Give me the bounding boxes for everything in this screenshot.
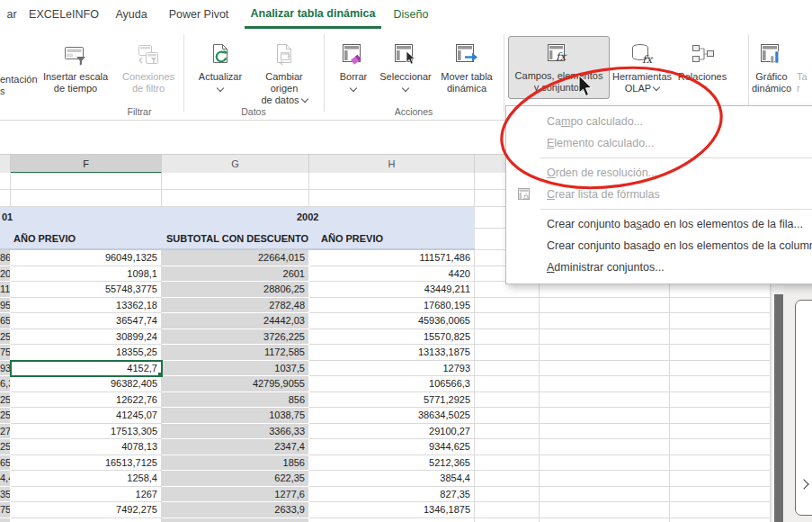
cell-f[interactable]: 96049,1325 [11, 250, 162, 266]
cell-h[interactable]: 45936,0065 [309, 313, 475, 329]
year-band[interactable] [0, 207, 475, 229]
cell-k[interactable] [670, 313, 771, 329]
cell-e[interactable]: 25 [0, 329, 11, 346]
cell-i[interactable] [475, 329, 540, 346]
selection-fill-handle[interactable] [157, 372, 162, 376]
cell-j[interactable] [540, 439, 670, 455]
cell-h[interactable]: 15570,825 [309, 329, 475, 346]
cell-f[interactable]: 55748,3775 [11, 282, 162, 298]
cell-f[interactable]: 18355,25 [11, 345, 162, 361]
cell-g[interactable]: 3726,225 [162, 329, 309, 346]
pivotchart-button[interactable]: Gráfico dinámico [750, 34, 793, 113]
cell-f[interactable]: 41245,07 [11, 408, 162, 424]
cell-e[interactable]: 85 [0, 518, 11, 522]
cell-f[interactable]: 7492,275 [11, 502, 162, 518]
cell-h[interactable]: 827,35 [309, 487, 475, 503]
change-data-source-button[interactable]: Cambiar origen de datos [252, 34, 317, 113]
cell-k[interactable] [670, 502, 771, 518]
fields-items-sets-button[interactable]: fx Campos, elementos y conjuntos [508, 36, 610, 99]
cell-h[interactable]: 1346,1875 [309, 502, 475, 518]
cell-j[interactable] [540, 502, 670, 518]
cell-e[interactable]: 95 [0, 298, 11, 314]
olap-tools-button[interactable]: fx Herramientas OLAP [610, 34, 674, 113]
cell-j[interactable] [540, 392, 670, 409]
cell-empty[interactable] [0, 173, 11, 190]
cell-i[interactable] [475, 487, 540, 503]
cell-f[interactable]: 1267 [11, 487, 162, 503]
cell-j[interactable] [540, 408, 670, 424]
cell-i[interactable] [475, 408, 540, 424]
cell-i[interactable] [475, 502, 540, 518]
cell-g[interactable]: 1856 [162, 455, 309, 472]
cell-i[interactable] [475, 345, 540, 361]
cell-j[interactable] [540, 487, 670, 503]
cell-e[interactable]: 25 [0, 392, 11, 409]
cell-k[interactable] [670, 345, 771, 361]
cell-h[interactable]: 38634,5025 [309, 408, 475, 424]
cell-g[interactable]: 622,35 [162, 471, 309, 487]
cell-f[interactable]: 1258,4 [11, 471, 162, 487]
clear-button[interactable]: Borrar [329, 34, 378, 113]
cell-g[interactable]: 42795,9055 [162, 376, 309, 392]
cell-g[interactable]: 2633,9 [162, 502, 309, 518]
refresh-button[interactable]: Actualizar [194, 34, 246, 113]
cell-i[interactable] [475, 298, 540, 314]
cell-e[interactable]: 93 [0, 361, 11, 377]
cell-f[interactable]: 13362,18 [11, 298, 162, 314]
cell-empty[interactable] [11, 173, 162, 190]
cell-j[interactable] [540, 376, 670, 392]
cell-g[interactable]: 2782,48 [162, 298, 309, 314]
cell-f[interactable]: 1098,1 [11, 266, 162, 283]
cell-j[interactable] [540, 298, 670, 314]
cell-g[interactable]: 1037,5 [162, 361, 309, 377]
cell-f[interactable]: 36547,74 [11, 313, 162, 329]
cell-e[interactable]: 11 [0, 282, 11, 298]
tab-ayuda[interactable]: Ayuda [108, 0, 155, 29]
cell-j[interactable] [540, 518, 670, 522]
cell-k[interactable] [670, 439, 771, 455]
cell-g[interactable]: 22664,015 [162, 250, 309, 266]
cell-f[interactable]: 17513,305 [11, 424, 162, 440]
tab-analizar-tabla-dinamica[interactable]: Analizar tabla dinámica [245, 0, 381, 29]
cell-k[interactable] [670, 518, 771, 522]
cell-e[interactable]: 27 [0, 424, 11, 440]
cell-j[interactable] [540, 455, 670, 472]
cell-g[interactable]: 856 [162, 392, 309, 409]
menu-item-crear-conjunto-columna[interactable]: Crear conjunto basado en los elementos d… [506, 235, 812, 256]
cell-f[interactable]: 16513,7125 [11, 455, 162, 472]
cell-i[interactable] [475, 471, 540, 487]
cell-g[interactable]: 3366,33 [162, 424, 309, 440]
cell-j[interactable] [540, 424, 670, 440]
cell-empty[interactable] [11, 190, 162, 207]
cell-i[interactable] [475, 376, 540, 392]
cell-empty[interactable] [309, 190, 475, 207]
relationships-button[interactable]: Relaciones [673, 34, 732, 113]
cell-e[interactable]: 75 [0, 345, 11, 361]
cell-g[interactable]: 1038,75 [162, 408, 309, 424]
cell-f[interactable]: 30899,24 [11, 329, 162, 346]
cell-i[interactable] [475, 313, 540, 329]
cell-k[interactable] [670, 424, 771, 440]
tab-cut-left[interactable]: ar [0, 0, 23, 29]
cell-f[interactable]: 25507,04 [11, 518, 162, 522]
scrollbar-thumb[interactable] [774, 294, 783, 522]
tab-power-pivot[interactable]: Power Pivot [162, 0, 236, 29]
cell-k[interactable] [670, 329, 771, 346]
cell-i[interactable] [475, 455, 540, 472]
cell-e[interactable]: 75 [0, 502, 11, 518]
cell-h[interactable]: 3854,4 [309, 471, 475, 487]
cell-empty[interactable] [309, 173, 475, 190]
move-pivottable-button[interactable]: Mover tabla dinámica [437, 34, 496, 113]
cell-k[interactable] [670, 408, 771, 424]
cell-k[interactable] [670, 471, 771, 487]
cell-h[interactable]: 106566,3 [309, 376, 475, 392]
cell-i[interactable] [475, 361, 540, 377]
cell-k[interactable] [670, 455, 771, 472]
cell-i[interactable] [475, 424, 540, 440]
cell-k[interactable] [670, 376, 771, 392]
cell-g[interactable]: 28806,25 [162, 282, 309, 298]
cell-j[interactable] [540, 313, 670, 329]
cell-j[interactable] [540, 471, 670, 487]
cell-f[interactable]: 12622,76 [11, 392, 162, 409]
cell-j[interactable] [540, 329, 670, 346]
